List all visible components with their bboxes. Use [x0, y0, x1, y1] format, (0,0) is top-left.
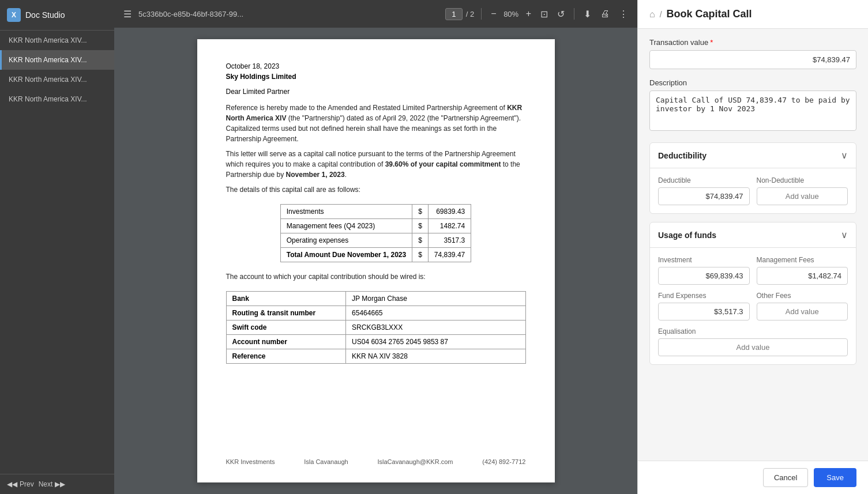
deductibility-title: Deductibility	[658, 151, 707, 160]
equalisation-field: Equalisation	[658, 327, 848, 356]
table-cell-amount: 69839.43	[428, 205, 471, 219]
table-row-total: Total Amount Due November 1, 2023 $ 74,8…	[280, 248, 471, 262]
pdf-para2: This letter will serve as a capital call…	[226, 149, 526, 180]
non-deductible-field: Non-Deductible	[757, 176, 848, 205]
more-button[interactable]: ⋮	[617, 6, 630, 22]
deductibility-header[interactable]: Deductibility ∨	[650, 143, 856, 168]
management-fees-input[interactable]	[757, 267, 848, 285]
deductible-label: Deductible	[658, 176, 750, 184]
investment-label: Investment	[658, 256, 750, 264]
save-button[interactable]: Save	[814, 468, 856, 487]
pdf-company: Sky Holdings Limited	[226, 73, 526, 81]
pdf-date: October 18, 2023	[226, 62, 526, 70]
other-fees-input[interactable]	[757, 303, 848, 320]
cancel-button[interactable]: Cancel	[763, 468, 808, 487]
sidebar-item-1[interactable]: KKR North America XIV...	[0, 31, 114, 50]
deductibility-section: Deductibility ∨ Deductible Non-Deductibl…	[649, 142, 856, 214]
table-row: Investments $ 69839.43	[280, 205, 471, 219]
toolbar-divider	[481, 8, 482, 20]
sidebar-header: X Doc Studio	[0, 0, 114, 31]
bank-details-table: Bank JP Morgan Chase Routing & transit n…	[226, 291, 526, 364]
deductibility-body: Deductible Non-Deductible	[650, 168, 856, 213]
next-arrow-icon: ▶▶	[55, 480, 65, 488]
fund-expenses-input[interactable]	[658, 303, 750, 320]
page-total: / 2	[466, 10, 474, 18]
fit-page-button[interactable]: ⊡	[538, 6, 550, 22]
table-cell-symbol: $	[412, 248, 429, 262]
footer-name: Isla Cavanaugh	[304, 458, 348, 465]
account-label: Account number	[226, 335, 346, 349]
footer-email: IslaCavanaugh@KKR.com	[377, 458, 453, 465]
routing-value: 65464665	[346, 306, 525, 320]
management-fees-field: Management Fees	[757, 256, 848, 285]
chevron-down-icon-2: ∨	[841, 229, 848, 240]
print-button[interactable]: 🖨	[598, 6, 612, 21]
zoom-out-button[interactable]: −	[489, 6, 498, 21]
deductible-field: Deductible	[658, 176, 750, 205]
transaction-value-label: Transaction value *	[649, 38, 856, 47]
description-label: Description	[649, 78, 856, 87]
transaction-value-input[interactable]	[649, 50, 856, 69]
download-button[interactable]: ⬇	[581, 6, 593, 22]
swift-value: SRCKGB3LXXX	[346, 320, 525, 335]
prev-button[interactable]: ◀◀ Prev	[7, 480, 34, 488]
table-row: Swift code SRCKGB3LXXX	[226, 320, 525, 335]
sidebar: X Doc Studio KKR North America XIV... KK…	[0, 0, 114, 494]
investment-input[interactable]	[658, 267, 750, 285]
fund-expenses-field: Fund Expenses	[658, 292, 750, 320]
pdf-page: October 18, 2023 Sky Holdings Limited De…	[197, 39, 555, 482]
sidebar-item-2[interactable]: KKR North America XIV...	[0, 50, 114, 70]
table-cell-amount: 74,839.47	[428, 248, 471, 262]
breadcrumb-separator: /	[660, 10, 662, 19]
non-deductible-input[interactable]	[757, 187, 848, 205]
other-fees-label: Other Fees	[757, 292, 848, 300]
table-row: Reference KKR NA XIV 3828	[226, 349, 525, 364]
zoom-in-button[interactable]: +	[524, 6, 533, 21]
investment-management-row: Investment Management Fees	[658, 256, 848, 285]
table-cell-symbol: $	[412, 219, 429, 233]
sidebar-footer: ◀◀ Prev Next ▶▶	[0, 474, 114, 494]
sidebar-item-4[interactable]: KKR North America XIV...	[0, 89, 114, 109]
bank-label: Bank	[226, 292, 346, 306]
next-button[interactable]: Next ▶▶	[39, 480, 66, 488]
description-input[interactable]: Capital Call of USD 74,839.47 to be paid…	[649, 90, 856, 131]
deductible-input[interactable]	[658, 187, 750, 205]
footer-company: KKR Investments	[226, 458, 275, 465]
reference-value: KKR NA XIV 3828	[346, 349, 525, 364]
usage-of-funds-title: Usage of funds	[658, 231, 716, 240]
account-value: US04 6034 2765 2045 9853 87	[346, 335, 525, 349]
transaction-value-group: Transaction value *	[649, 38, 856, 69]
menu-button[interactable]: ☰	[121, 6, 134, 22]
panel-body: Transaction value * Description Capital …	[638, 29, 868, 461]
table-cell-label: Total Amount Due November 1, 2023	[280, 248, 412, 262]
rotate-button[interactable]: ↺	[555, 6, 567, 22]
equalisation-input[interactable]	[658, 338, 848, 356]
capital-call-table: Investments $ 69839.43 Management fees (…	[280, 204, 471, 262]
table-cell-symbol: $	[412, 233, 429, 248]
pdf-content[interactable]: October 18, 2023 Sky Holdings Limited De…	[114, 28, 637, 494]
pdf-toolbar: ☰ 5c336b0c-e85b-46bf-8367-99... / 2 − 80…	[114, 0, 637, 28]
pdf-salutation: Dear Limited Partner	[226, 88, 526, 96]
pdf-wire-intro: The account to which your capital contri…	[226, 271, 526, 282]
table-cell-symbol: $	[412, 205, 429, 219]
panel-footer: Cancel Save	[638, 461, 868, 494]
usage-of-funds-section: Usage of funds ∨ Investment Management F…	[649, 222, 856, 365]
usage-of-funds-header[interactable]: Usage of funds ∨	[650, 223, 856, 248]
investment-field: Investment	[658, 256, 750, 285]
pdf-filename: 5c336b0c-e85b-46bf-8367-99...	[138, 10, 441, 18]
toolbar-divider-2	[574, 8, 574, 20]
breadcrumb-home-icon[interactable]: ⌂	[649, 9, 655, 20]
non-deductible-label: Non-Deductible	[757, 176, 848, 184]
app-title: Doc Studio	[25, 10, 65, 20]
page-number-input[interactable]	[445, 8, 463, 20]
table-cell-amount: 3517.3	[428, 233, 471, 248]
table-row: Account number US04 6034 2765 2045 9853 …	[226, 335, 525, 349]
fund-expenses-label: Fund Expenses	[658, 292, 750, 300]
equalisation-label: Equalisation	[658, 327, 848, 335]
reference-label: Reference	[226, 349, 346, 364]
sidebar-item-3[interactable]: KKR North America XIV...	[0, 70, 114, 89]
fund-expenses-other-row: Fund Expenses Other Fees	[658, 292, 848, 320]
table-row: Management fees (Q4 2023) $ 1482.74	[280, 219, 471, 233]
panel-title: Book Capital Call	[667, 8, 752, 20]
required-star: *	[710, 38, 713, 47]
